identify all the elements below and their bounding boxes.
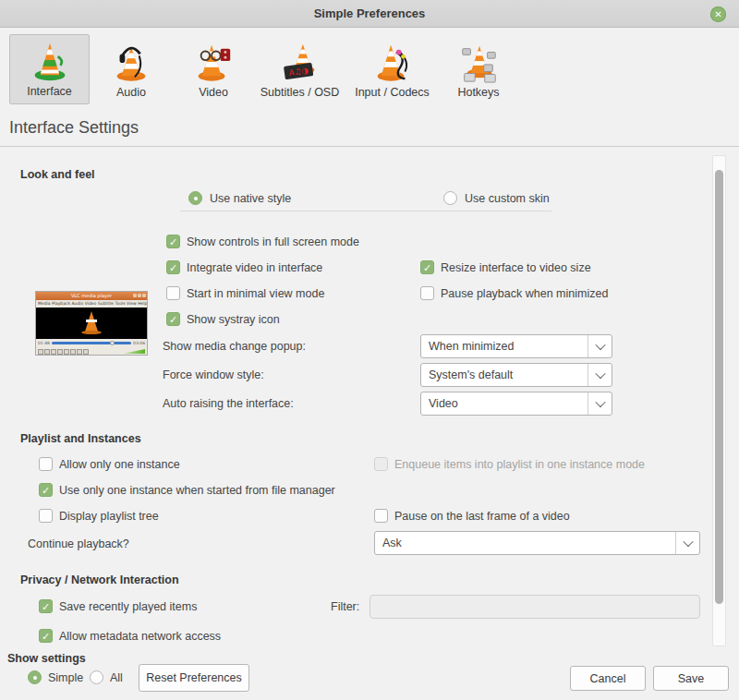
preview-video-area (36, 308, 147, 339)
tab-subtitles-osd-label: Subtitles / OSD (260, 86, 339, 99)
preview-volume-slider (123, 349, 145, 354)
continue-playback-value: Ask (382, 537, 402, 549)
page-title: Interface Settings (9, 118, 139, 138)
close-icon[interactable]: ✕ (710, 6, 726, 22)
checkbox-playlist-tree-label[interactable]: Display playlist tree (59, 510, 159, 523)
checkbox-metadata-access[interactable]: ✓ (39, 629, 53, 643)
checkbox-integrate-video[interactable]: ✓ (166, 260, 180, 274)
radio-custom-skin-label[interactable]: Use custom skin (465, 192, 550, 205)
chevron-down-icon (588, 364, 612, 386)
subtitles-cone-icon: A♫◑ (279, 42, 321, 84)
titlebar: Simple Preferences ✕ (0, 0, 739, 28)
checkbox-fullscreen-controls[interactable]: ✓ (166, 235, 180, 248)
preview-menubar: Media Playback Audio Video Subtitle Tool… (36, 300, 147, 308)
interface-cone-icon (29, 41, 71, 83)
preview-window-buttons (133, 294, 146, 297)
filter-input[interactable] (370, 595, 700, 619)
checkbox-systray[interactable]: ✓ (166, 312, 180, 326)
media-popup-select[interactable]: When minimized (420, 334, 612, 358)
section-privacy-network: Privacy / Network Interaction (20, 573, 179, 586)
radio-all[interactable] (90, 670, 103, 684)
preview-seekbar (52, 342, 131, 344)
media-popup-label: Show media change popup: (163, 340, 306, 353)
reset-preferences-button[interactable]: Reset Preferences (139, 664, 249, 692)
tab-hotkeys-label: Hotkeys (457, 86, 499, 99)
save-button[interactable]: Save (653, 666, 729, 691)
checkbox-save-recent[interactable]: ✓ (39, 599, 53, 613)
heading-separator (0, 146, 739, 147)
checkbox-enqueue-items (374, 457, 388, 471)
checkbox-resize-interface-label[interactable]: Resize interface to video size (441, 261, 591, 274)
chevron-down-icon (588, 392, 612, 415)
radio-simple[interactable] (28, 670, 42, 684)
window-title: Simple Preferences (314, 6, 426, 20)
input-codecs-cone-icon (371, 42, 414, 84)
tab-audio[interactable]: Audio (96, 34, 166, 104)
checkbox-pause-last-frame[interactable] (374, 509, 388, 523)
window-style-select[interactable]: System's default (420, 363, 612, 387)
section-playlist-instances: Playlist and Instances (20, 432, 141, 445)
checkbox-file-manager-instance[interactable]: ✓ (39, 483, 53, 497)
checkbox-minimal-view[interactable] (166, 286, 180, 300)
tab-video[interactable]: Video (178, 34, 248, 104)
hotkeys-cone-icon (457, 42, 500, 84)
checkbox-integrate-video-label[interactable]: Integrate video in interface (187, 261, 322, 274)
tab-interface-label: Interface (27, 85, 72, 98)
video-cone-icon (192, 42, 235, 84)
filter-label: Filter: (331, 600, 359, 613)
chevron-down-icon (588, 335, 612, 357)
checkbox-resize-interface[interactable]: ✓ (420, 260, 434, 274)
style-separator (180, 211, 551, 211)
radio-native-style-label[interactable]: Use native style (210, 192, 291, 205)
scrollbar-thumb[interactable] (715, 170, 723, 604)
radio-native-style[interactable] (188, 191, 202, 205)
audio-cone-icon (110, 42, 152, 84)
cancel-button[interactable]: Cancel (570, 666, 646, 691)
checkbox-systray-label[interactable]: Show systray icon (187, 313, 280, 326)
window-style-label: Force window style: (163, 368, 264, 381)
tab-subtitles-osd[interactable]: A♫◑ Subtitles / OSD (256, 34, 344, 104)
radio-all-label[interactable]: All (110, 671, 123, 684)
tab-hotkeys[interactable]: Hotkeys (442, 34, 515, 104)
auto-raise-label: Auto raising the interface: (163, 397, 294, 410)
tab-interface[interactable]: Interface (9, 34, 90, 104)
preview-controls-row (36, 346, 147, 356)
media-popup-value: When minimized (429, 340, 514, 353)
tab-input-codecs-label: Input / Codecs (355, 86, 430, 99)
show-settings-label: Show settings (7, 652, 86, 665)
checkbox-one-instance[interactable] (39, 457, 53, 471)
preview-titlebar: VLC media player (36, 292, 147, 300)
preferences-toolbar: Interface Audio (0, 34, 739, 106)
checkbox-file-manager-instance-label[interactable]: Use only one instance when started from … (59, 484, 335, 497)
window-style-value: System's default (429, 368, 513, 381)
tab-input-codecs[interactable]: Input / Codecs (348, 34, 436, 104)
checkbox-pause-minimized-label[interactable]: Pause playback when minimized (441, 287, 608, 300)
radio-simple-label[interactable]: Simple (48, 671, 83, 684)
interface-preview-image: VLC media player Media Playback Audio Vi… (35, 291, 148, 356)
simple-preferences-window: Simple Preferences ✕ Interface (0, 0, 739, 700)
checkbox-minimal-view-label[interactable]: Start in minimal view mode (187, 287, 324, 300)
preview-seek-row: 01:48 03:06 (36, 339, 147, 346)
checkbox-fullscreen-controls-label[interactable]: Show controls in full screen mode (187, 235, 359, 248)
auto-raise-select[interactable]: Video (420, 392, 612, 416)
checkbox-one-instance-label[interactable]: Allow only one instance (59, 458, 180, 471)
checkbox-save-recent-label[interactable]: Save recently played items (59, 600, 197, 613)
preview-time-total: 03:06 (133, 341, 145, 345)
continue-playback-select[interactable]: Ask (374, 531, 700, 555)
tab-video-label: Video (199, 86, 228, 99)
checkbox-pause-last-frame-label[interactable]: Pause on the last frame of a video (394, 510, 570, 523)
checkbox-playlist-tree[interactable] (39, 509, 53, 523)
continue-playback-label: Continue playback? (28, 537, 129, 550)
tab-audio-label: Audio (116, 86, 146, 99)
checkbox-metadata-access-label[interactable]: Allow metadata network access (59, 630, 221, 643)
chevron-down-icon (675, 532, 699, 554)
radio-custom-skin[interactable] (443, 191, 457, 205)
section-look-and-feel: Look and feel (20, 168, 95, 181)
preview-time-elapsed: 01:48 (38, 341, 50, 345)
checkbox-pause-minimized[interactable] (420, 286, 434, 300)
checkbox-enqueue-items-label: Enqueue items into playlist in one insta… (394, 458, 645, 471)
auto-raise-value: Video (429, 397, 458, 410)
